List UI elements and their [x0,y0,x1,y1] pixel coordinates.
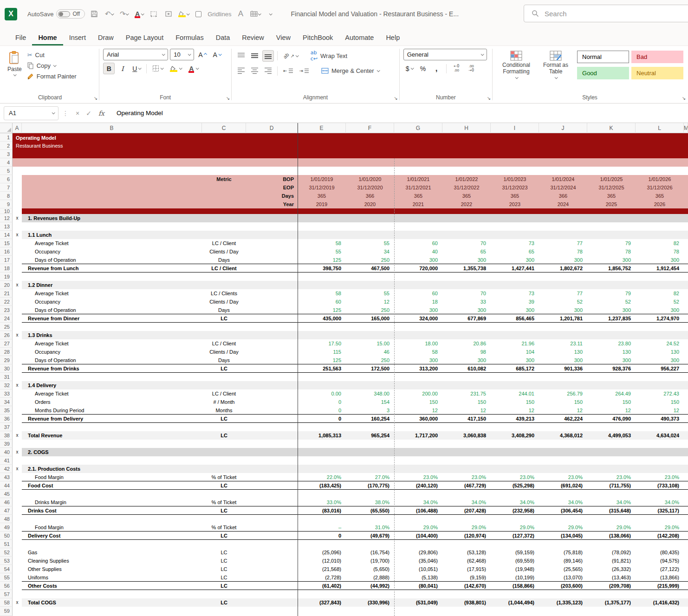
cell-F47[interactable]: (65,550) [346,506,394,515]
cell-M23[interactable] [684,306,688,314]
cell-K12[interactable] [587,214,636,222]
format-as-table-button[interactable]: Format as Table [539,49,572,81]
cell-J55[interactable]: (13,070) [539,573,587,582]
cell-K50[interactable]: (138,066) [587,532,636,540]
row-header-53[interactable]: 53 [0,557,13,565]
cell-E14[interactable] [298,231,346,239]
cell-L44[interactable]: (733,108) [636,481,684,490]
cell-H36[interactable]: 417,150 [442,415,491,423]
cell-A24[interactable] [13,314,22,323]
cell-H34[interactable]: 150 [442,398,491,406]
align-bottom-button[interactable] [262,50,274,62]
cell-B8[interactable] [22,192,202,200]
cell-H17[interactable]: 300 [442,256,491,264]
cell-J38[interactable]: 4,368,012 [539,431,587,440]
cell-K14[interactable] [587,231,636,239]
cell-L53[interactable]: (94,575) [636,557,684,565]
cell-F31[interactable] [346,373,394,381]
cell-J36[interactable]: 462,224 [539,415,587,423]
cell-J52[interactable]: (75,818) [539,548,587,557]
shrink-cell-button[interactable] [163,8,174,20]
cell-H9[interactable]: 2022 [442,200,491,208]
cell-L23[interactable]: 300 [636,306,684,314]
cell-L5[interactable] [636,167,684,175]
row-header-41[interactable]: 41 [0,456,13,465]
cell-D54[interactable] [246,565,298,573]
cell-L10[interactable] [636,208,684,214]
cell-A58[interactable]: x [13,598,22,607]
cell-M51[interactable] [684,540,688,548]
cell-F18[interactable]: 467,500 [346,264,394,272]
cell-A47[interactable] [13,506,22,515]
cell-F57[interactable] [346,590,394,598]
cell-M45[interactable] [684,490,688,498]
cell-B35[interactable]: Months During Period [22,406,202,415]
cell-G27[interactable]: 18.00 [394,339,442,348]
cell-B38[interactable]: Total Revenue [22,431,202,440]
cell-F5[interactable] [346,167,394,175]
cell-B41[interactable] [22,456,202,465]
align-middle-button[interactable] [249,50,260,62]
column-header-C[interactable]: C [202,123,246,133]
cell-J23[interactable]: 300 [539,306,587,314]
cell-M46[interactable] [684,498,688,506]
cell-G50[interactable]: (104,400) [394,532,442,540]
cell-I28[interactable]: 104 [491,348,539,356]
cell-F44[interactable]: (170,775) [346,481,394,490]
cell-G20[interactable] [394,281,442,289]
cell-F54[interactable]: (5,650) [346,565,394,573]
column-header-I[interactable]: I [491,123,539,133]
cell-B16[interactable]: Occupancy [22,247,202,256]
cell-C44[interactable]: LC [202,481,246,490]
cell-F17[interactable]: 250 [346,256,394,264]
cell-A5[interactable] [13,167,22,175]
cell-E36[interactable]: 0 [298,415,346,423]
cell-C19[interactable] [202,272,246,281]
row-header-34[interactable]: 34 [0,398,13,406]
cell-J5[interactable] [539,167,587,175]
cell-I35[interactable]: 12 [491,406,539,415]
cell-H5[interactable] [442,167,491,175]
cell-A48[interactable] [13,515,22,523]
cell-F14[interactable] [346,231,394,239]
cell-J27[interactable]: 23.11 [539,339,587,348]
cell-E24[interactable]: 435,000 [298,314,346,323]
cell-J29[interactable]: 300 [539,356,587,364]
cell-G31[interactable] [394,373,442,381]
cell-H37[interactable] [442,423,491,431]
underline-button[interactable]: U [130,63,143,74]
cell-F58[interactable]: (330,996) [346,598,394,607]
clipboard-dialog-launcher[interactable]: ↘ [94,96,97,101]
cell-I12[interactable] [491,214,539,222]
cell-H59[interactable] [442,607,491,616]
cell-K39[interactable] [587,440,636,448]
row-header-24[interactable]: 24 [0,314,13,323]
cell-L32[interactable] [636,381,684,389]
cell-A55[interactable] [13,573,22,582]
styles-dialog-launcher[interactable]: ↘ [682,96,686,101]
cell-C53[interactable]: LC [202,557,246,565]
cell-A35[interactable] [13,406,22,415]
cell-D43[interactable] [246,473,298,481]
cell-I52[interactable]: (59,159) [491,548,539,557]
cell-M38[interactable] [684,431,688,440]
cell-I30[interactable]: 685,172 [491,364,539,373]
cell-H18[interactable]: 1,355,738 [442,264,491,272]
cell-B49[interactable]: Food Margin [22,523,202,532]
cell-H8[interactable]: 365 [442,192,491,200]
cell-D15[interactable] [246,239,298,247]
cell-B57[interactable] [22,590,202,598]
cell-H14[interactable] [442,231,491,239]
row-header-58[interactable]: 58 [0,598,13,607]
cell-M20[interactable] [684,281,688,289]
column-header-D[interactable]: D [246,123,298,133]
cell-E28[interactable]: 115 [298,348,346,356]
cell-A9[interactable] [13,200,22,208]
cell-G21[interactable]: 60 [394,289,442,298]
cell-I18[interactable]: 1,427,441 [491,264,539,272]
cell-K44[interactable]: (711,755) [587,481,636,490]
cell-E47[interactable]: (83,016) [298,506,346,515]
cell-G42[interactable] [394,465,442,473]
cell-G7[interactable]: 31/12/2021 [394,183,442,192]
cell-I31[interactable] [491,373,539,381]
